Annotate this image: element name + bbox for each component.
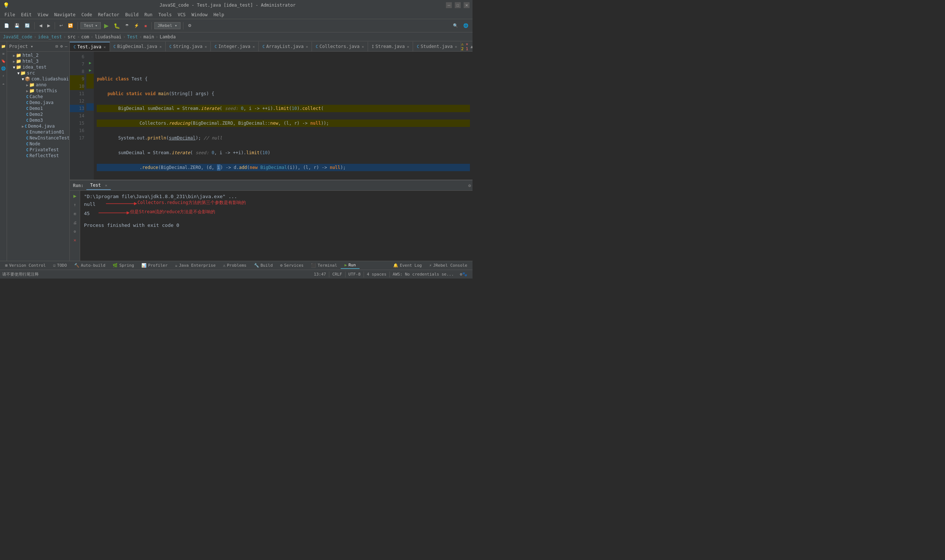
menu-tools[interactable]: Tools <box>156 11 174 18</box>
tree-item-demo-java[interactable]: C Demo.java <box>7 100 69 106</box>
tab-bigdecimal[interactable]: C BigDecimal.java ✕ <box>110 42 166 51</box>
menu-help[interactable]: Help <box>210 11 227 18</box>
tree-item-reflecttest[interactable]: C ReflectTest <box>7 153 69 158</box>
tab-string[interactable]: C String.java ✕ <box>166 42 211 51</box>
undo-button[interactable]: ↩ <box>58 23 65 29</box>
save-button[interactable]: 💾 <box>12 23 22 29</box>
tree-item-src[interactable]: ▼ 📁 src <box>7 70 69 76</box>
tab-close-btn[interactable]: ✕ <box>205 45 207 49</box>
tab-student[interactable]: C Student.java ✕ <box>413 42 461 51</box>
tree-item-newinstance[interactable]: C NewInstanceTest <box>7 135 69 141</box>
expand-icon[interactable]: ▲▼ <box>470 44 473 49</box>
tree-item-demo3[interactable]: C Demo3 <box>7 117 69 123</box>
menu-build[interactable]: Build <box>122 11 141 18</box>
tree-item-idea-test[interactable]: ▼ 📁 idea_test <box>7 64 69 70</box>
auto-build-item[interactable]: 🔨 Auto-build <box>71 262 109 269</box>
wrap-btn[interactable]: ⊞ <box>71 210 79 217</box>
java-enterprise-item[interactable]: ☕ Java Enterprise <box>171 262 219 269</box>
tree-item-cache[interactable]: C Cache <box>7 94 69 100</box>
tab-test-java[interactable]: C Test.java ✕ <box>70 42 109 51</box>
run-line-8-btn[interactable]: ▶ <box>89 68 91 73</box>
warning-count[interactable]: ⚠ 2 <box>461 42 464 51</box>
code-content[interactable]: public class Test { public static void m… <box>94 52 473 180</box>
bookmarks-icon[interactable]: 🔖 <box>0 58 7 64</box>
back-button[interactable]: ◀ <box>37 23 44 29</box>
tree-item-html3[interactable]: ▶ 📁 html_3 <box>7 58 69 64</box>
menu-run[interactable]: Run <box>141 11 156 18</box>
todo-item[interactable]: ☑ TODO <box>49 262 71 269</box>
run-tab-close[interactable]: ✕ <box>105 183 107 188</box>
breadcrumb-item-8[interactable]: Lambda <box>160 34 176 40</box>
event-log-item[interactable]: 🔔 Event Log <box>390 262 425 269</box>
jrebel-console-item[interactable]: ⚡ JRebel Console <box>425 262 471 269</box>
breadcrumb-item-7[interactable]: main <box>143 34 154 40</box>
menu-file[interactable]: File <box>2 11 18 18</box>
run-line-7-btn[interactable]: ▶ <box>89 60 91 65</box>
new-file-button[interactable]: 📄 <box>2 23 11 29</box>
tab-collectors[interactable]: C Collectors.java ✕ <box>312 42 368 51</box>
tab-close-btn[interactable]: ✕ <box>159 45 162 49</box>
project-icon[interactable]: 📁 <box>0 43 7 49</box>
tab-close-btn[interactable]: ✕ <box>103 45 106 49</box>
debug-button[interactable]: 🐛 <box>112 22 122 29</box>
tree-item-html2[interactable]: ▶ 📁 html_2 <box>7 52 69 58</box>
breadcrumb-item-4[interactable]: com <box>81 34 89 40</box>
tree-item-privatetest[interactable]: C PrivateTest <box>7 147 69 153</box>
problems-item[interactable]: ⚠ Problems <box>219 262 250 269</box>
close-run-btn[interactable]: ✕ <box>71 237 79 244</box>
project-settings-btn[interactable]: ⚙ <box>60 44 63 49</box>
jrebel-sidebar-icon[interactable]: ⚡ <box>0 72 7 79</box>
project-collapse-btn[interactable]: ⊟ <box>56 44 58 49</box>
menu-vcs[interactable]: VCS <box>174 11 189 18</box>
menu-window[interactable]: Window <box>189 11 210 18</box>
menu-refactor[interactable]: Refactor <box>95 11 122 18</box>
tree-item-demo1[interactable]: C Demo1 <box>7 106 69 111</box>
profiler-item[interactable]: 📊 Profiler <box>138 262 171 269</box>
scroll-up-btn[interactable]: ↑ <box>71 201 79 208</box>
tab-close-btn[interactable]: ✕ <box>253 45 255 49</box>
tree-item-testthis[interactable]: ▶ 📁 testThis <box>7 88 69 94</box>
menu-edit[interactable]: Edit <box>18 11 35 18</box>
web-icon[interactable]: 🌐 <box>0 65 7 72</box>
breadcrumb-item-1[interactable]: JavaSE_code <box>3 34 32 40</box>
tab-arraylist[interactable]: C ArrayList.java ✕ <box>259 42 312 51</box>
restart-btn[interactable]: ▶ <box>71 192 79 200</box>
titlebar-controls[interactable]: ─ □ ✕ <box>446 2 470 8</box>
tree-item-anno[interactable]: ▶ 📁 anno <box>7 82 69 88</box>
structure-icon[interactable]: ≡ <box>0 50 7 57</box>
coverage-button[interactable]: ☂ <box>123 23 131 29</box>
breadcrumb-item-5[interactable]: liudashuai <box>95 34 122 40</box>
breadcrumb-item-3[interactable]: src <box>68 34 76 40</box>
gear-status-icon[interactable]: ⚙🐾 <box>456 272 470 277</box>
close-button[interactable]: ✕ <box>464 2 470 8</box>
tree-item-node[interactable]: C Node <box>7 141 69 147</box>
tab-close-btn[interactable]: ✕ <box>306 45 308 49</box>
tree-item-demo4[interactable]: ▶ C Demo4.java <box>7 123 69 129</box>
build-item[interactable]: 🔧 Build <box>250 262 276 269</box>
redo-button[interactable]: 🔁 <box>66 23 75 29</box>
maximize-button[interactable]: □ <box>455 2 461 8</box>
stop-button[interactable]: ■ <box>142 23 149 29</box>
line-ending[interactable]: CRLF <box>329 272 345 277</box>
code-editor[interactable]: 6 7 8 9 10 11 12 13 14 15 16 17 ▶ <box>70 52 473 180</box>
terminal-item[interactable]: ⬛ Terminal <box>307 262 341 269</box>
charset-display[interactable]: UTF-8 <box>345 272 364 277</box>
run-tab-test[interactable]: Test ✕ <box>86 181 111 190</box>
settings2-btn[interactable]: ⚙ <box>71 228 79 235</box>
run-config-selector[interactable]: Test ▾ <box>80 22 101 29</box>
menu-code[interactable]: Code <box>79 11 95 18</box>
tab-close-btn[interactable]: ✕ <box>362 45 364 49</box>
jrebel-selector[interactable]: JRebel ▾ <box>154 22 180 29</box>
version-control-item[interactable]: ⊞ Version Control <box>2 262 49 269</box>
search-button[interactable]: 🔍 <box>451 23 460 29</box>
spring-item[interactable]: 🌿 Spring <box>109 262 138 269</box>
minimize-button[interactable]: ─ <box>446 2 452 8</box>
run-button[interactable]: ▶ <box>102 22 110 30</box>
aws-icon[interactable]: ☁ <box>0 80 7 86</box>
tab-close-btn[interactable]: ✕ <box>455 45 457 49</box>
run-item[interactable]: ▶ Run <box>341 262 359 269</box>
services-item[interactable]: ⚙ Services <box>276 262 307 269</box>
tab-stream[interactable]: I Stream.java ✕ <box>368 42 413 51</box>
breadcrumb-item-6[interactable]: Test <box>127 34 138 40</box>
run-settings-btn[interactable]: ⚙ <box>468 183 471 188</box>
